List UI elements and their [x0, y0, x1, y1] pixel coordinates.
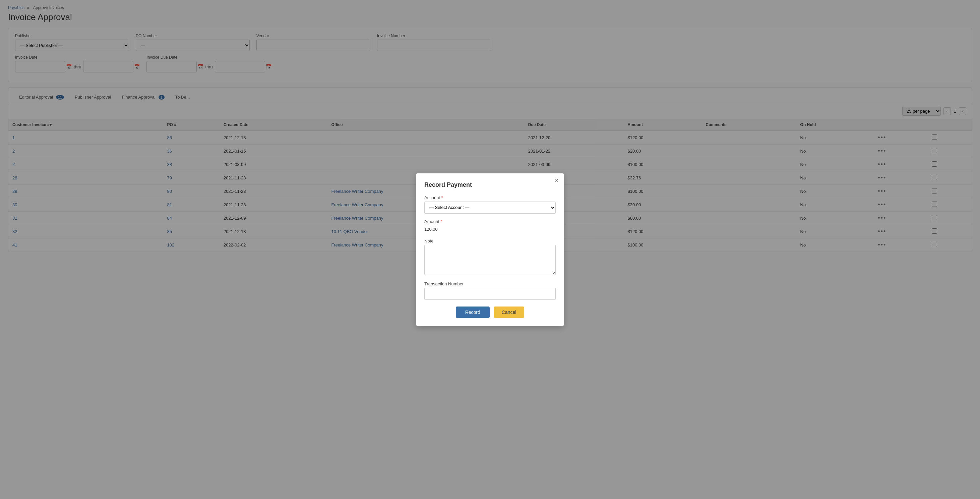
amount-form-group: Amount * 120.00 [424, 219, 556, 233]
modal-title: Record Payment [424, 182, 556, 188]
amount-required-star: * [441, 219, 442, 224]
modal-overlay: × Record Payment Account * — Select Acco… [0, 0, 980, 499]
amount-value: 120.00 [424, 225, 556, 233]
note-textarea[interactable] [424, 245, 556, 275]
account-required-star: * [441, 195, 443, 200]
amount-label: Amount * [424, 219, 556, 224]
record-button[interactable]: Record [456, 306, 490, 318]
note-form-group: Note [424, 238, 556, 276]
transaction-number-input[interactable] [424, 288, 556, 300]
record-payment-modal: × Record Payment Account * — Select Acco… [416, 174, 564, 326]
account-label: Account * [424, 195, 556, 200]
modal-close-button[interactable]: × [555, 177, 558, 183]
modal-buttons: Record Cancel [424, 306, 556, 318]
cancel-button[interactable]: Cancel [494, 306, 525, 318]
transaction-label: Transaction Number [424, 281, 556, 286]
account-select[interactable]: — Select Account — [424, 202, 556, 214]
note-label: Note [424, 238, 556, 244]
account-form-group: Account * — Select Account — [424, 195, 556, 214]
transaction-form-group: Transaction Number [424, 281, 556, 300]
